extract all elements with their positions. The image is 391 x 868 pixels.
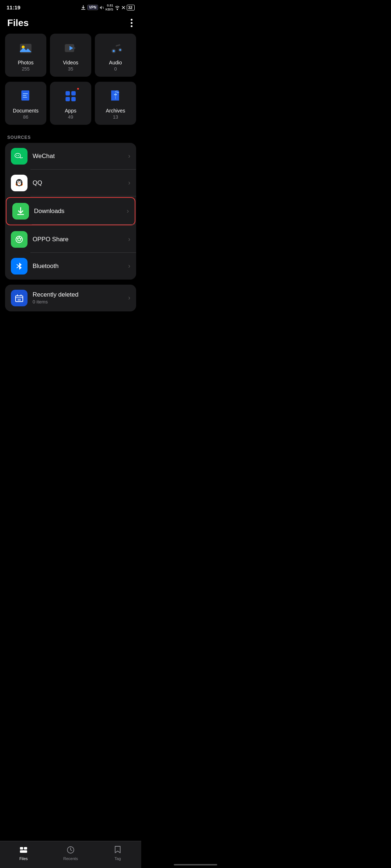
download-status-icon bbox=[80, 5, 86, 10]
svg-point-25 bbox=[16, 155, 17, 156]
recently-deleted-name: Recently deleted bbox=[33, 291, 123, 298]
svg-rect-17 bbox=[66, 91, 70, 95]
downloads-icon bbox=[12, 203, 29, 220]
apps-notification-dot bbox=[76, 87, 80, 90]
recently-deleted-icon bbox=[11, 290, 28, 306]
svg-point-26 bbox=[18, 155, 19, 156]
category-photos[interactable]: Photos 255 bbox=[5, 34, 46, 77]
wechat-icon bbox=[11, 148, 28, 165]
svg-point-36 bbox=[20, 181, 21, 182]
videos-count: 35 bbox=[63, 66, 79, 72]
svg-marker-6 bbox=[73, 46, 76, 50]
battery-badge: 32 bbox=[127, 5, 135, 10]
photos-label: Photos bbox=[18, 60, 34, 65]
svg-rect-20 bbox=[71, 97, 76, 101]
documents-label: Documents bbox=[13, 108, 39, 114]
svg-line-42 bbox=[21, 238, 22, 239]
archives-label: Archives bbox=[106, 108, 125, 114]
archives-icon bbox=[108, 88, 123, 104]
apps-label: Apps bbox=[65, 108, 76, 114]
bluetooth-chevron: › bbox=[128, 262, 130, 270]
svg-rect-18 bbox=[71, 91, 76, 95]
category-apps[interactable]: Apps 49 bbox=[50, 82, 91, 125]
svg-point-9 bbox=[113, 50, 115, 52]
network-speed: 0.81 KB/S bbox=[105, 4, 113, 12]
recently-deleted-chevron: › bbox=[128, 294, 130, 302]
svg-rect-16 bbox=[23, 97, 27, 98]
category-archives[interactable]: Archives 13 bbox=[95, 82, 136, 125]
source-item-oppo-share[interactable]: OPPO Share › bbox=[5, 226, 136, 253]
svg-rect-19 bbox=[66, 97, 70, 101]
svg-point-24 bbox=[15, 153, 21, 158]
source-item-wechat[interactable]: WeChat › bbox=[5, 143, 136, 170]
svg-line-45 bbox=[17, 266, 19, 268]
qq-label: QQ bbox=[33, 179, 123, 187]
videos-label: Videos bbox=[63, 60, 79, 65]
videos-icon bbox=[63, 40, 79, 56]
status-right-icons: VPN 0.81 KB/S 32 bbox=[80, 4, 135, 12]
svg-point-28 bbox=[22, 157, 22, 158]
svg-line-0 bbox=[103, 7, 104, 9]
qq-chevron: › bbox=[128, 179, 130, 187]
bluetooth-icon bbox=[11, 258, 28, 275]
recently-deleted-count: 0 items bbox=[33, 299, 123, 305]
category-videos[interactable]: Videos 35 bbox=[50, 34, 91, 77]
recently-deleted-item[interactable]: Recently deleted 0 items › bbox=[5, 285, 136, 311]
svg-point-4 bbox=[22, 46, 25, 48]
category-audio[interactable]: Audio 0 bbox=[95, 34, 136, 77]
audio-count: 0 bbox=[109, 66, 122, 72]
photos-icon bbox=[18, 40, 34, 56]
audio-icon bbox=[108, 40, 123, 56]
downloads-chevron: › bbox=[127, 207, 129, 215]
speed-unit: KB/S bbox=[105, 8, 113, 12]
source-item-downloads[interactable]: Downloads › bbox=[6, 197, 135, 225]
svg-point-40 bbox=[18, 238, 21, 241]
more-options-button[interactable] bbox=[129, 17, 134, 29]
oppo-share-chevron: › bbox=[128, 235, 130, 243]
wechat-label: WeChat bbox=[33, 153, 123, 160]
documents-count: 86 bbox=[13, 114, 39, 120]
svg-rect-15 bbox=[23, 95, 26, 96]
wifi-icon bbox=[114, 5, 120, 10]
qq-icon bbox=[11, 175, 28, 191]
archives-count: 13 bbox=[106, 114, 125, 120]
recently-deleted-card: Recently deleted 0 items › bbox=[5, 285, 136, 311]
sources-card: WeChat › QQ › bbox=[5, 143, 136, 280]
sources-label: SOURCES bbox=[0, 130, 141, 143]
mute-icon bbox=[99, 5, 104, 10]
source-item-bluetooth[interactable]: Bluetooth › bbox=[5, 253, 136, 280]
wechat-chevron: › bbox=[128, 152, 130, 160]
svg-point-27 bbox=[20, 157, 21, 158]
photos-count: 255 bbox=[18, 66, 34, 72]
status-time: 11:19 bbox=[7, 4, 20, 10]
apps-count: 49 bbox=[65, 114, 76, 120]
bluetooth-label: Bluetooth bbox=[33, 263, 123, 270]
audio-label: Audio bbox=[109, 60, 122, 65]
oppo-share-label: OPPO Share bbox=[33, 236, 123, 243]
svg-point-37 bbox=[18, 182, 20, 183]
svg-point-11 bbox=[119, 49, 121, 51]
page-title: Files bbox=[7, 17, 29, 29]
svg-point-35 bbox=[18, 181, 19, 182]
status-bar: 11:19 VPN 0.81 KB/S bbox=[0, 0, 141, 14]
category-grid-row2: Documents 86 Apps 49 bbox=[0, 82, 141, 130]
svg-line-44 bbox=[17, 264, 19, 266]
oppo-share-icon bbox=[11, 231, 28, 248]
svg-rect-23 bbox=[114, 94, 117, 95]
category-documents[interactable]: Documents 86 bbox=[5, 82, 46, 125]
category-grid-row1: Photos 255 Videos 35 bbox=[0, 34, 141, 82]
app-header: Files bbox=[0, 14, 141, 34]
source-item-qq[interactable]: QQ › bbox=[5, 170, 136, 196]
speed-value: 0.81 bbox=[105, 4, 113, 8]
status-icons: VPN 0.81 KB/S 32 bbox=[80, 4, 135, 12]
x-icon bbox=[121, 5, 126, 10]
documents-icon bbox=[18, 88, 34, 104]
apps-icon bbox=[63, 88, 79, 104]
downloads-label: Downloads bbox=[34, 208, 122, 215]
svg-line-43 bbox=[17, 238, 18, 239]
vpn-badge: VPN bbox=[87, 5, 98, 10]
svg-rect-14 bbox=[23, 93, 28, 94]
